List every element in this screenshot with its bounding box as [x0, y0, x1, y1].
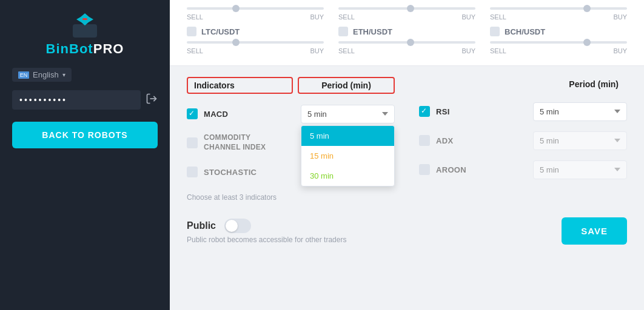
stoch-checkbox[interactable] [187, 167, 198, 177]
slider-track[interactable] [338, 41, 475, 44]
slider-track[interactable] [490, 7, 627, 10]
main-content: SELL BUY SELL BUY SELL BUY [170, 0, 644, 310]
slider-thumb[interactable] [407, 5, 414, 12]
pair-item-eth: ETH/USDT [338, 27, 475, 36]
sell-label: SELL [187, 47, 203, 54]
sidebar: BinBotPRO EN English ▾ BACK TO ROBOTS [0, 0, 170, 310]
dropdown-option-30min[interactable]: 30 min [301, 166, 394, 186]
slider-thumb[interactable] [407, 39, 414, 46]
pair-row-2-top: SELL BUY [338, 7, 475, 22]
indicator-row-adx: ADX 5 min [419, 129, 627, 152]
pair-checkbox-ltc[interactable] [187, 27, 196, 36]
indicators-section: Indicators Period (min) MACD 5 min 15 mi… [170, 66, 644, 208]
pair-row-3-bot: SELL BUY [490, 41, 627, 56]
language-selector[interactable]: EN English ▾ [12, 68, 72, 82]
macd-checkbox[interactable] [187, 108, 198, 119]
dropdown-option-5min[interactable]: 5 min [301, 126, 394, 146]
pair-labels: SELL BUY [490, 13, 627, 21]
back-to-robots-button[interactable]: BACK TO ROBOTS [12, 122, 158, 148]
macd-label: MACD [204, 110, 301, 119]
logout-button[interactable] [146, 93, 158, 108]
sell-label: SELL [338, 13, 355, 21]
pair-row-2-bot: SELL BUY [338, 41, 475, 56]
sell-label: SELL [490, 13, 506, 21]
macd-period-select[interactable]: 5 min 15 min 30 min [301, 105, 395, 124]
dropdown-option-15min[interactable]: 15 min [301, 146, 394, 166]
pair-name-bch: BCH/USDT [505, 27, 545, 36]
aroon-period-select[interactable]: 5 min [533, 160, 627, 179]
cci-checkbox[interactable] [187, 137, 198, 148]
pair-checkbox-eth[interactable] [338, 27, 348, 36]
buy-label: BUY [310, 47, 324, 54]
public-label-row: Public [187, 219, 346, 233]
pair-item-ltc: LTC/USDT [187, 27, 324, 36]
pair-name-eth: ETH/USDT [353, 27, 392, 36]
sell-label: SELL [187, 13, 203, 21]
pair-checkbox-bch[interactable] [490, 27, 500, 36]
pair-row-1-top: SELL BUY [187, 7, 324, 22]
slider-track[interactable] [338, 7, 475, 10]
password-row [12, 90, 158, 110]
slider-thumb[interactable] [583, 5, 591, 12]
hint-text: Choose at least 3 indicators [187, 193, 395, 202]
pair-labels: SELL BUY [338, 13, 475, 21]
stoch-label: STOCHASTIC [204, 168, 301, 177]
buy-label: BUY [613, 13, 627, 21]
buy-label: BUY [461, 47, 475, 54]
indicators-grid: Indicators Period (min) MACD 5 min 15 mi… [187, 77, 627, 202]
period-dropdown: 5 min 15 min 30 min [301, 125, 395, 186]
rsi-label: RSI [436, 107, 533, 116]
public-row: Public Public robot becomes accessible f… [187, 219, 346, 244]
logo-icon [67, 12, 103, 39]
pair-names-grid: LTC/USDT ETH/USDT BCH/USDT [187, 24, 627, 39]
indicator-row-aroon: AROON 5 min [419, 158, 627, 181]
pair-row-1-bot: SELL BUY [187, 41, 324, 56]
left-period-header: Period (min) [298, 77, 395, 94]
aroon-checkbox[interactable] [419, 164, 430, 175]
language-label: English [33, 70, 59, 79]
left-indicators-col: Indicators Period (min) MACD 5 min 15 mi… [187, 77, 395, 202]
public-toggle[interactable] [224, 219, 251, 233]
adx-label: ADX [436, 136, 533, 145]
adx-period-select[interactable]: 5 min [533, 131, 627, 150]
top-sliders-grid: SELL BUY SELL BUY SELL BUY [187, 7, 627, 22]
svg-rect-0 [73, 24, 97, 38]
right-period-header: Period (min) [530, 77, 627, 91]
buy-label: BUY [310, 13, 324, 21]
pair-labels: SELL BUY [338, 47, 475, 54]
slider-thumb[interactable] [583, 39, 591, 46]
bottom-section: Public Public robot becomes accessible f… [170, 208, 644, 254]
cci-label: COMMODITYCHANNEL INDEX [204, 133, 301, 152]
logo-text: BinBotPRO [46, 41, 124, 57]
right-col-headers: Period (min) [419, 77, 627, 91]
indicator-row-macd: MACD 5 min 15 min 30 min 5 min 15 min 30… [187, 102, 395, 125]
slider-track[interactable] [187, 7, 324, 10]
sell-label: SELL [338, 47, 355, 54]
pair-labels: SELL BUY [490, 47, 627, 54]
save-button[interactable]: SAVE [562, 217, 627, 245]
pair-labels: SELL BUY [187, 13, 324, 21]
pairs-section: SELL BUY SELL BUY SELL BUY [170, 0, 644, 66]
aroon-label: AROON [436, 165, 533, 174]
sell-label: SELL [490, 47, 506, 54]
adx-checkbox[interactable] [419, 135, 430, 146]
slider-track[interactable] [490, 41, 627, 44]
logo-bin: BinBot [46, 41, 93, 56]
pair-labels: SELL BUY [187, 47, 324, 54]
toggle-knob [226, 220, 238, 232]
right-indicators-col: Period (min) RSI 5 min 15 min 30 min ADX [419, 77, 627, 202]
slider-track[interactable] [187, 41, 324, 44]
indicator-row-rsi: RSI 5 min 15 min 30 min [419, 100, 627, 123]
pair-row-3-top: SELL BUY [490, 7, 627, 22]
bottom-sliders-grid: SELL BUY SELL BUY SELL BUY [187, 41, 627, 56]
slider-thumb[interactable] [232, 5, 240, 12]
buy-label: BUY [461, 13, 475, 21]
pair-item-bch: BCH/USDT [490, 27, 627, 36]
rsi-period-select[interactable]: 5 min 15 min 30 min [533, 102, 627, 121]
slider-thumb[interactable] [232, 39, 240, 46]
rsi-checkbox[interactable] [419, 106, 430, 117]
public-description: Public robot becomes accessible for othe… [187, 236, 346, 244]
public-label: Public [187, 220, 216, 231]
password-input[interactable] [12, 90, 141, 110]
macd-select-wrapper: 5 min 15 min 30 min 5 min 15 min 30 min [301, 105, 395, 124]
